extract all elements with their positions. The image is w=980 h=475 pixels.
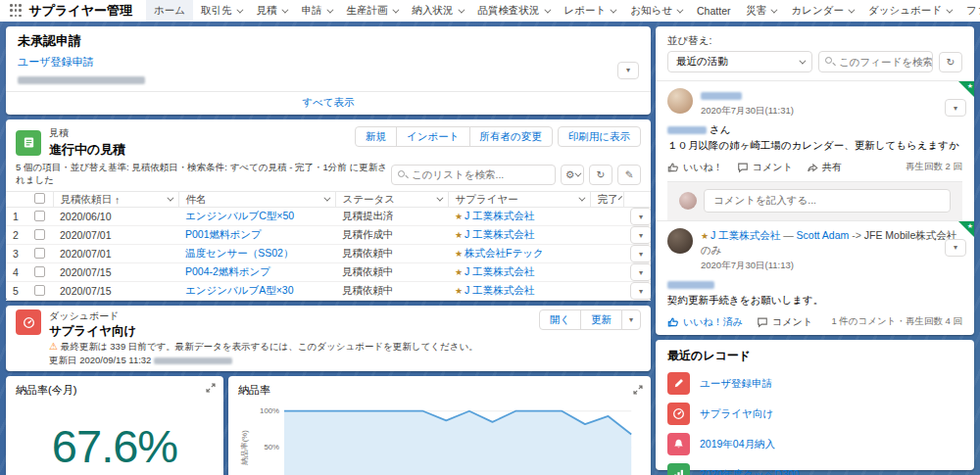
post-body-text: １０月以降の姉ヶ崎工場のカレンダー、更新してもらえますか [667, 139, 959, 151]
supplier-link[interactable]: 株式会社Fテック [465, 247, 544, 259]
row-checkbox[interactable] [34, 266, 45, 277]
tab-notices[interactable]: お知らせ [622, 0, 689, 22]
user-registration-request-link[interactable]: ユーザ登録申請 [18, 56, 94, 68]
recent-record-link[interactable]: 2019年04月納入 [700, 438, 775, 451]
supplier-link[interactable]: J 工業株式会社 [465, 210, 534, 221]
recent-record-link[interactable]: 2020年度クッペD300 [700, 468, 800, 475]
dashboard-menu-button[interactable]: ▾ [621, 309, 641, 330]
list-settings-gear-icon[interactable]: ⚙ [561, 165, 584, 185]
chevron-down-icon[interactable] [167, 195, 173, 202]
tab-reports[interactable]: レポート [557, 0, 623, 22]
post-date[interactable]: 2020年7月30日(11:31) [701, 104, 794, 118]
row-menu-button[interactable]: ▾ [630, 208, 651, 225]
tab-accounts[interactable]: 取引先 [193, 0, 249, 22]
post-org-link[interactable]: J 工業株式会社 [710, 229, 780, 241]
quote-subject-link[interactable]: P001燃料ポンプ [185, 228, 262, 240]
row-checkbox[interactable] [34, 285, 45, 296]
import-button[interactable]: インポート [396, 126, 469, 147]
quotes-list-card: 見積 進行中の見積 新規 インポート 所有者の変更 印刷用に表示 5 個の項目・… [6, 119, 651, 301]
expand-icon[interactable] [633, 383, 643, 395]
tab-quotes[interactable]: 見積 [249, 0, 294, 22]
like-button[interactable]: いいね！ [667, 161, 723, 174]
show-all-link[interactable]: すべて表示 [302, 96, 354, 108]
delivery-rate-value: 67.6% [16, 419, 214, 473]
feed-refresh-icon[interactable]: ↻ [939, 52, 962, 72]
chevron-down-icon[interactable] [436, 195, 443, 202]
post-menu-button[interactable]: ▾ [945, 239, 966, 257]
comment-input[interactable]: コメントを記入する... [704, 189, 951, 213]
tab-home[interactable]: ホーム [146, 0, 193, 22]
list-item: 2020年度クッペD300 [667, 463, 962, 475]
tab-calendar[interactable]: カレンダー [783, 0, 859, 22]
list-view-title[interactable]: 進行中の見積 [49, 141, 125, 159]
printable-view-button[interactable]: 印刷用に表示 [558, 126, 641, 147]
tab-files[interactable]: ファイル [958, 0, 980, 22]
refresh-dashboard-button[interactable]: 更新 [580, 309, 622, 330]
post-author-link[interactable]: Scott Adam [797, 229, 850, 241]
app-name: サプライヤー管理 [29, 2, 133, 20]
delivery-rate-metric-card: 納品率(今月) 67.6% レポートの表示 (SPT_サプライヤ向け_時系列_納… [6, 376, 223, 475]
page-background: 未承認申請 ユーザ登録申請 ▾ すべて表示 見積 進行中の見積 [0, 22, 980, 475]
row-menu-button[interactable]: ▾ [617, 62, 639, 79]
comment-button[interactable]: コメント [757, 315, 812, 329]
row-checkbox[interactable] [34, 229, 45, 240]
recent-records-card: 最近のレコード ユーザ登録申請 サプライヤ向け 2019年04月納入 2020年… [656, 340, 974, 470]
select-all-checkbox[interactable] [34, 193, 45, 204]
post-menu-button[interactable]: ▾ [945, 99, 966, 117]
row-menu-button[interactable]: ▾ [630, 282, 651, 300]
avatar[interactable] [667, 88, 693, 114]
chevron-down-icon[interactable] [578, 195, 585, 202]
tab-requests[interactable]: 申請 [294, 0, 339, 22]
quote-subject-link[interactable]: エンジンバルブA型×30 [185, 284, 294, 296]
object-label: ダッシュボード [49, 309, 531, 323]
cell-request-date: 2020/07/15 [53, 282, 178, 301]
new-button[interactable]: 新規 [355, 126, 397, 147]
chevron-down-icon[interactable] [617, 196, 621, 200]
quote-subject-link[interactable]: エンジンバルブC型×50 [185, 210, 294, 221]
row-checkbox[interactable] [34, 211, 45, 221]
list-search-input[interactable] [412, 168, 555, 180]
tab-disaster[interactable]: 災害 [738, 0, 783, 22]
post-comment-view-count: 1 件のコメント・再生回数 4 回 [831, 315, 962, 328]
supplier-link[interactable]: J 工業株式会社 [465, 284, 534, 296]
column-header-status[interactable]: ステータス [335, 192, 448, 208]
avatar[interactable] [667, 228, 693, 254]
row-menu-button[interactable]: ▾ [630, 263, 651, 281]
share-button[interactable]: 共有 [807, 161, 842, 174]
feed-search-input[interactable] [839, 56, 932, 68]
expand-icon[interactable] [206, 383, 216, 395]
quote-subject-link[interactable]: P004-2燃料ポンプ [185, 265, 270, 277]
sort-label: 並び替え: [667, 34, 962, 48]
tab-delivery-status[interactable]: 納入状況 [405, 0, 470, 22]
like-button[interactable]: いいね！済み [667, 315, 743, 329]
tab-production-plan[interactable]: 生産計画 [339, 0, 405, 22]
quote-subject-link[interactable]: 温度センサー（SS02） [185, 247, 293, 259]
tab-quality-inspection[interactable]: 品質検査状況 [470, 0, 557, 22]
dashboard-title[interactable]: サプライヤ向け [49, 323, 531, 340]
tab-chatter[interactable]: Chatter [689, 0, 738, 22]
change-owner-button[interactable]: 所有者の変更 [469, 126, 553, 147]
post-date[interactable]: 2020年7月30日(11:13) [701, 259, 962, 272]
dashboard-warning-text: 最終更新は 339 日前です。最新データを表示するには、このダッシュボードを更新… [61, 341, 478, 352]
recent-record-link[interactable]: サプライヤ向け [700, 407, 773, 421]
comment-button[interactable]: コメント [737, 161, 793, 174]
list-inline-edit-icon[interactable]: ✎ [617, 165, 641, 185]
column-header-request-date[interactable]: 見積依頼日 ↑ [53, 192, 178, 208]
supplier-link[interactable]: J 工業株式会社 [465, 265, 534, 277]
app-launcher-icon[interactable] [10, 4, 22, 18]
warning-icon: ⚠ [49, 341, 58, 352]
svg-text:50%: 50% [264, 443, 279, 451]
open-dashboard-button[interactable]: 開く [539, 309, 581, 330]
column-header-subject[interactable]: 件名 [178, 192, 335, 208]
tab-dashboard[interactable]: ダッシュボード [860, 0, 958, 22]
feed-sort-select[interactable]: 最近の活動 [667, 51, 812, 72]
row-checkbox[interactable] [34, 248, 45, 259]
column-header-supplier[interactable]: サプライヤー [448, 192, 590, 208]
recent-record-link[interactable]: ユーザ登録申請 [700, 377, 772, 391]
supplier-link[interactable]: J 工業株式会社 [465, 228, 534, 240]
list-refresh-icon[interactable]: ↻ [589, 165, 612, 185]
row-menu-button[interactable]: ▾ [630, 245, 651, 262]
row-menu-button[interactable]: ▾ [630, 226, 651, 244]
column-header-done[interactable]: 完了 [590, 192, 623, 208]
chevron-down-icon[interactable] [323, 195, 330, 202]
